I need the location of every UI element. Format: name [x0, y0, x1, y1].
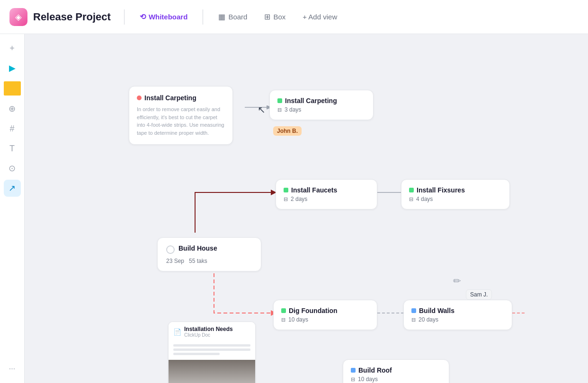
green-dot-faucets	[284, 188, 288, 192]
note-card-install-carpeting[interactable]: Install Carpeting In order to remove car…	[129, 86, 233, 145]
doc-icon: 📄	[173, 328, 181, 336]
whiteboard-icon: ⟲	[140, 12, 146, 21]
doc-line-2	[173, 348, 250, 351]
blue-dot-roof	[351, 368, 356, 373]
doc-line-3	[173, 353, 220, 355]
card-meta-roof: ⊟ 10 days	[351, 376, 441, 383]
whiteboard-label: Whiteboard	[149, 13, 188, 21]
note-card-body: In order to remove carpet easily and eff…	[137, 105, 225, 137]
card-install-carpeting-task[interactable]: Install Carpeting ⊟ 3 days	[269, 90, 374, 120]
card-meta-faucets: ⊟ 2 days	[284, 196, 369, 202]
box-label: Box	[273, 13, 285, 21]
avatar-sam-j: Sam J.	[466, 289, 492, 300]
doc-image: Install the Carpet Tack Strips	[169, 360, 255, 383]
card-meta-dig: ⊟ 10 days	[281, 316, 369, 323]
duration-icon-roof: ⊟	[351, 376, 355, 383]
milestone-title: Build House	[178, 244, 217, 252]
duration-icon-fixsures: ⊟	[409, 196, 413, 202]
header-divider2	[203, 9, 203, 25]
doc-line-1	[173, 344, 250, 347]
sidebar-arrow-button[interactable]: ↗	[4, 180, 21, 197]
blue-dot-walls	[411, 308, 416, 313]
sidebar-add-button[interactable]: +	[4, 40, 21, 57]
card-build-roof[interactable]: Build Roof ⊟ 10 days	[343, 359, 449, 383]
sidebar-globe-button[interactable]: ⊕	[4, 100, 21, 117]
sidebar-text-button[interactable]: T	[4, 140, 21, 157]
doc-subtitle: ClickUp Doc	[184, 332, 233, 338]
card-install-faucets[interactable]: Install Faucets ⊟ 2 days	[276, 179, 377, 209]
card-meta-walls: ⊟ 20 days	[411, 316, 504, 323]
pencil-icon: ✏	[453, 275, 461, 287]
card-meta: ⊟ 3 days	[277, 106, 365, 113]
milestone-circle-icon	[166, 245, 175, 254]
add-view-label: + Add view	[303, 13, 337, 21]
header-divider	[124, 9, 125, 25]
sidebar-play-button[interactable]: ▶	[4, 60, 21, 77]
sidebar-grid-button[interactable]: #	[4, 120, 21, 137]
avatar-john-b: John B.	[273, 126, 302, 136]
milestone-meta: 23 Sep 55 taks	[166, 258, 252, 264]
duration-icon-faucets: ⊟	[284, 196, 288, 202]
add-view-button[interactable]: + Add view	[297, 10, 343, 24]
tab-board[interactable]: ▦ Board	[213, 9, 253, 24]
cursor-pointer: ↖	[258, 104, 266, 115]
duration-icon-dig: ⊟	[281, 317, 285, 323]
tab-box[interactable]: ⊞ Box	[258, 9, 291, 24]
board-icon: ▦	[218, 12, 225, 21]
card-build-house[interactable]: Build House 23 Sep 55 taks	[157, 237, 261, 271]
box-icon: ⊞	[264, 12, 270, 21]
sidebar: + ▶ ⊕ # T ⊙ ↗ ···	[0, 34, 25, 383]
canvas[interactable]: Install Carpeting In order to remove car…	[25, 34, 588, 383]
green-dot-dig	[281, 308, 286, 313]
duration-icon-walls: ⊟	[411, 317, 416, 323]
sidebar-more-button[interactable]: ···	[4, 360, 21, 377]
green-dot-fixsures	[409, 188, 414, 192]
header: ◈ Release Project ⟲ Whiteboard ▦ Board ⊞…	[0, 0, 588, 34]
main-area: + ▶ ⊕ # T ⊙ ↗ ···	[0, 34, 588, 383]
card-title: Install Carpeting	[277, 97, 365, 104]
tab-whiteboard[interactable]: ⟲ Whiteboard	[134, 9, 194, 24]
sidebar-clip-button[interactable]: ⊙	[4, 160, 21, 177]
project-title: Release Project	[33, 11, 111, 23]
card-build-walls[interactable]: Build Walls ⊟ 20 days	[403, 300, 512, 330]
app-icon: ◈	[9, 8, 27, 26]
duration-icon: ⊟	[277, 107, 282, 113]
note-dot-icon	[137, 96, 142, 100]
card-dig-foundation[interactable]: Dig Foundation ⊟ 10 days	[273, 300, 377, 330]
green-dot-icon	[277, 98, 282, 103]
note-card-title-text: Install Carpeting	[144, 94, 196, 102]
sidebar-sticker-icon	[4, 81, 21, 96]
board-label: Board	[228, 13, 247, 21]
doc-card-installation-needs[interactable]: 📄 Installation Needs ClickUp Doc Install…	[168, 322, 256, 383]
doc-title: Installation Needs	[184, 326, 233, 332]
card-install-fixsures[interactable]: Install Fixsures ⊟ 4 days	[401, 179, 510, 209]
card-meta-fixsures: ⊟ 4 days	[409, 196, 502, 202]
